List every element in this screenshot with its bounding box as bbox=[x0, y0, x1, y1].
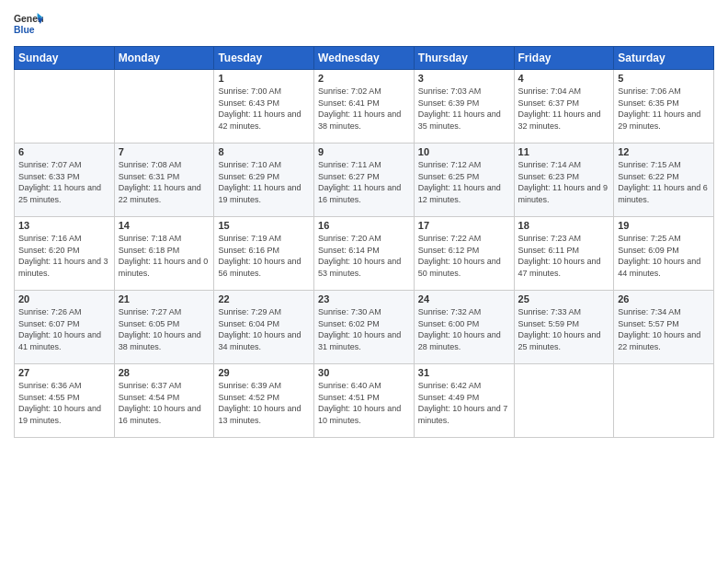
calendar-cell: 23Sunrise: 7:30 AMSunset: 6:02 PMDayligh… bbox=[314, 291, 415, 364]
day-info: Sunrise: 7:26 AMSunset: 6:07 PMDaylight:… bbox=[18, 306, 110, 352]
svg-text:Blue: Blue bbox=[14, 25, 35, 35]
day-number: 19 bbox=[618, 220, 710, 231]
calendar-cell: 5Sunrise: 7:06 AMSunset: 6:35 PMDaylight… bbox=[614, 70, 714, 144]
calendar-week-row: 27Sunrise: 6:36 AMSunset: 4:55 PMDayligh… bbox=[15, 364, 714, 438]
day-number: 20 bbox=[18, 293, 110, 304]
day-info: Sunrise: 7:34 AMSunset: 5:57 PMDaylight:… bbox=[618, 306, 710, 352]
calendar-week-row: 13Sunrise: 7:16 AMSunset: 6:20 PMDayligh… bbox=[15, 217, 714, 291]
calendar-cell: 15Sunrise: 7:19 AMSunset: 6:16 PMDayligh… bbox=[214, 217, 314, 291]
calendar-cell: 31Sunrise: 6:42 AMSunset: 4:49 PMDayligh… bbox=[414, 364, 514, 438]
day-info: Sunrise: 6:42 AMSunset: 4:49 PMDaylight:… bbox=[418, 380, 510, 426]
day-number: 1 bbox=[218, 73, 310, 84]
calendar-cell: 21Sunrise: 7:27 AMSunset: 6:05 PMDayligh… bbox=[114, 291, 214, 364]
calendar-cell: 8Sunrise: 7:10 AMSunset: 6:29 PMDaylight… bbox=[214, 144, 314, 217]
day-number: 4 bbox=[518, 73, 610, 84]
calendar-cell bbox=[15, 70, 115, 144]
day-info: Sunrise: 7:20 AMSunset: 6:14 PMDaylight:… bbox=[318, 233, 410, 279]
day-number: 21 bbox=[119, 293, 210, 304]
day-info: Sunrise: 7:16 AMSunset: 6:20 PMDaylight:… bbox=[18, 233, 110, 279]
calendar-cell: 24Sunrise: 7:32 AMSunset: 6:00 PMDayligh… bbox=[414, 291, 514, 364]
day-info: Sunrise: 7:30 AMSunset: 6:02 PMDaylight:… bbox=[318, 306, 410, 352]
logo: General Blue bbox=[14, 9, 43, 39]
day-number: 5 bbox=[618, 73, 710, 84]
day-number: 9 bbox=[318, 146, 410, 157]
day-header-saturday: Saturday bbox=[614, 47, 714, 70]
day-info: Sunrise: 6:39 AMSunset: 4:52 PMDaylight:… bbox=[218, 380, 310, 426]
calendar-cell: 3Sunrise: 7:03 AMSunset: 6:39 PMDaylight… bbox=[414, 70, 514, 144]
day-info: Sunrise: 7:14 AMSunset: 6:23 PMDaylight:… bbox=[518, 159, 610, 205]
day-info: Sunrise: 7:22 AMSunset: 6:12 PMDaylight:… bbox=[418, 233, 510, 279]
day-header-thursday: Thursday bbox=[414, 47, 514, 70]
day-info: Sunrise: 7:08 AMSunset: 6:31 PMDaylight:… bbox=[119, 159, 210, 205]
day-info: Sunrise: 7:00 AMSunset: 6:43 PMDaylight:… bbox=[218, 86, 310, 132]
calendar-table: SundayMondayTuesdayWednesdayThursdayFrid… bbox=[14, 46, 714, 438]
calendar-week-row: 1Sunrise: 7:00 AMSunset: 6:43 PMDaylight… bbox=[15, 70, 714, 144]
day-number: 28 bbox=[119, 367, 210, 378]
day-info: Sunrise: 6:40 AMSunset: 4:51 PMDaylight:… bbox=[318, 380, 410, 426]
day-number: 8 bbox=[218, 146, 310, 157]
day-info: Sunrise: 7:03 AMSunset: 6:39 PMDaylight:… bbox=[418, 86, 510, 132]
calendar-cell: 12Sunrise: 7:15 AMSunset: 6:22 PMDayligh… bbox=[614, 144, 714, 217]
day-header-tuesday: Tuesday bbox=[214, 47, 314, 70]
day-info: Sunrise: 7:27 AMSunset: 6:05 PMDaylight:… bbox=[119, 306, 210, 352]
calendar-cell: 20Sunrise: 7:26 AMSunset: 6:07 PMDayligh… bbox=[15, 291, 115, 364]
day-number: 10 bbox=[418, 146, 510, 157]
day-number: 15 bbox=[218, 220, 310, 231]
day-info: Sunrise: 7:07 AMSunset: 6:33 PMDaylight:… bbox=[18, 159, 110, 205]
calendar-cell: 30Sunrise: 6:40 AMSunset: 4:51 PMDayligh… bbox=[314, 364, 415, 438]
day-header-wednesday: Wednesday bbox=[314, 47, 415, 70]
day-header-monday: Monday bbox=[114, 47, 214, 70]
day-header-friday: Friday bbox=[514, 47, 614, 70]
day-number: 18 bbox=[518, 220, 610, 231]
day-number: 27 bbox=[18, 367, 110, 378]
day-number: 7 bbox=[119, 146, 210, 157]
day-number: 2 bbox=[318, 73, 410, 84]
calendar-cell: 4Sunrise: 7:04 AMSunset: 6:37 PMDaylight… bbox=[514, 70, 614, 144]
day-info: Sunrise: 7:19 AMSunset: 6:16 PMDaylight:… bbox=[218, 233, 310, 279]
calendar-cell bbox=[614, 364, 714, 438]
day-number: 25 bbox=[518, 293, 610, 304]
calendar-cell: 6Sunrise: 7:07 AMSunset: 6:33 PMDaylight… bbox=[15, 144, 115, 217]
day-info: Sunrise: 7:18 AMSunset: 6:18 PMDaylight:… bbox=[119, 233, 210, 279]
day-info: Sunrise: 7:32 AMSunset: 6:00 PMDaylight:… bbox=[418, 306, 510, 352]
day-number: 17 bbox=[418, 220, 510, 231]
calendar-cell: 16Sunrise: 7:20 AMSunset: 6:14 PMDayligh… bbox=[314, 217, 415, 291]
day-info: Sunrise: 7:10 AMSunset: 6:29 PMDaylight:… bbox=[218, 159, 310, 205]
page-container: General Blue SundayMondayTuesdayWednesda… bbox=[0, 0, 728, 447]
day-info: Sunrise: 7:02 AMSunset: 6:41 PMDaylight:… bbox=[318, 86, 410, 132]
day-number: 31 bbox=[418, 367, 510, 378]
day-info: Sunrise: 7:33 AMSunset: 5:59 PMDaylight:… bbox=[518, 306, 610, 352]
calendar-cell: 17Sunrise: 7:22 AMSunset: 6:12 PMDayligh… bbox=[414, 217, 514, 291]
day-info: Sunrise: 7:12 AMSunset: 6:25 PMDaylight:… bbox=[418, 159, 510, 205]
calendar-cell: 11Sunrise: 7:14 AMSunset: 6:23 PMDayligh… bbox=[514, 144, 614, 217]
calendar-cell: 2Sunrise: 7:02 AMSunset: 6:41 PMDaylight… bbox=[314, 70, 415, 144]
day-number: 12 bbox=[618, 146, 710, 157]
day-number: 3 bbox=[418, 73, 510, 84]
calendar-cell: 10Sunrise: 7:12 AMSunset: 6:25 PMDayligh… bbox=[414, 144, 514, 217]
calendar-cell: 25Sunrise: 7:33 AMSunset: 5:59 PMDayligh… bbox=[514, 291, 614, 364]
day-number: 22 bbox=[218, 293, 310, 304]
day-number: 30 bbox=[318, 367, 410, 378]
calendar-week-row: 20Sunrise: 7:26 AMSunset: 6:07 PMDayligh… bbox=[15, 291, 714, 364]
day-number: 23 bbox=[318, 293, 410, 304]
day-info: Sunrise: 7:06 AMSunset: 6:35 PMDaylight:… bbox=[618, 86, 710, 132]
calendar-cell: 26Sunrise: 7:34 AMSunset: 5:57 PMDayligh… bbox=[614, 291, 714, 364]
calendar-cell: 1Sunrise: 7:00 AMSunset: 6:43 PMDaylight… bbox=[214, 70, 314, 144]
calendar-cell: 22Sunrise: 7:29 AMSunset: 6:04 PMDayligh… bbox=[214, 291, 314, 364]
day-info: Sunrise: 7:29 AMSunset: 6:04 PMDaylight:… bbox=[218, 306, 310, 352]
day-info: Sunrise: 7:23 AMSunset: 6:11 PMDaylight:… bbox=[518, 233, 610, 279]
calendar-cell: 18Sunrise: 7:23 AMSunset: 6:11 PMDayligh… bbox=[514, 217, 614, 291]
page-header: General Blue bbox=[14, 9, 714, 39]
day-number: 26 bbox=[618, 293, 710, 304]
calendar-cell: 19Sunrise: 7:25 AMSunset: 6:09 PMDayligh… bbox=[614, 217, 714, 291]
day-number: 24 bbox=[418, 293, 510, 304]
day-header-sunday: Sunday bbox=[15, 47, 115, 70]
day-number: 16 bbox=[318, 220, 410, 231]
calendar-cell: 13Sunrise: 7:16 AMSunset: 6:20 PMDayligh… bbox=[15, 217, 115, 291]
day-info: Sunrise: 6:37 AMSunset: 4:54 PMDaylight:… bbox=[119, 380, 210, 426]
calendar-header-row: SundayMondayTuesdayWednesdayThursdayFrid… bbox=[15, 47, 714, 70]
day-info: Sunrise: 7:11 AMSunset: 6:27 PMDaylight:… bbox=[318, 159, 410, 205]
day-info: Sunrise: 7:15 AMSunset: 6:22 PMDaylight:… bbox=[618, 159, 710, 205]
logo-icon: General Blue bbox=[14, 9, 43, 39]
calendar-cell: 27Sunrise: 6:36 AMSunset: 4:55 PMDayligh… bbox=[15, 364, 115, 438]
